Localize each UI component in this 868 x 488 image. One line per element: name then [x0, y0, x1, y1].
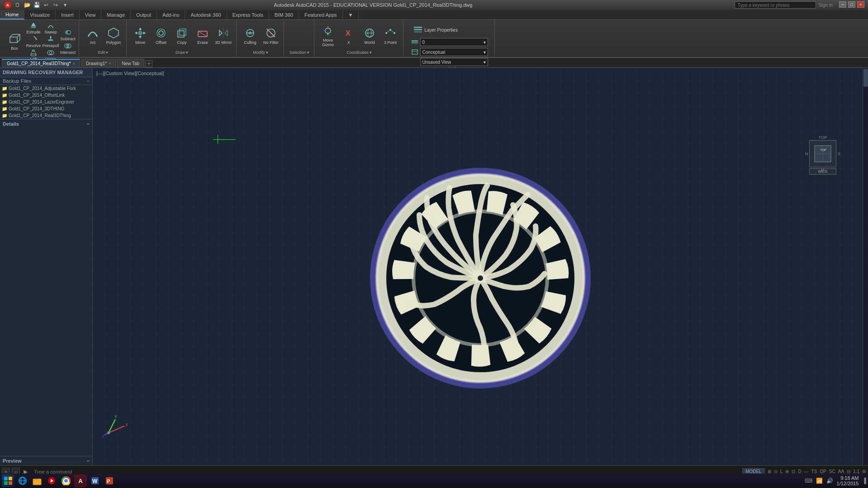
tab-insert[interactable]: Insert [56, 10, 80, 19]
presspull-btn[interactable]: Presspull [43, 35, 59, 48]
undo-btn[interactable]: ↩ [42, 1, 50, 9]
sign-in-label[interactable]: Sign In [819, 3, 833, 8]
sweep-btn[interactable]: Sweep [43, 22, 59, 34]
open-btn[interactable]: 📂 [23, 1, 31, 9]
search-input[interactable] [735, 1, 816, 9]
word-icon[interactable]: W [89, 474, 101, 487]
threepoint-label: 3 Point [384, 40, 397, 45]
explorer-icon[interactable] [31, 474, 43, 487]
spiral-svg [367, 165, 593, 391]
doc-tab-0-close[interactable]: × [73, 62, 75, 66]
layer-properties-btn[interactable]: Layer Properties [411, 24, 460, 36]
3d-object [367, 165, 593, 391]
media-icon[interactable] [45, 474, 58, 487]
unsaved-view-dropdown[interactable]: Unsaved View▾ [420, 58, 488, 66]
doc-tab-2[interactable]: New Tab [117, 59, 144, 67]
edit-group-label[interactable]: Edit ▾ [83, 50, 123, 55]
culling-icon [244, 27, 256, 39]
doc-tab-0[interactable]: Gold1_CP_2014_Real3DThing* × [2, 59, 80, 67]
list-item[interactable]: 📁 Gold1_CP_2014_LazerEngraver [0, 99, 92, 105]
nofilter-btn[interactable]: No Filter [261, 23, 281, 49]
new-tab-btn[interactable]: + [145, 60, 152, 67]
erase-btn[interactable]: Erase [193, 23, 213, 49]
polygon-btn[interactable]: Polygon [104, 23, 123, 49]
tab-output[interactable]: Output [131, 10, 157, 19]
tab-addins[interactable]: Add-ins [157, 10, 185, 19]
tab-more[interactable]: ▼ [343, 10, 359, 19]
selection-group-label[interactable]: Selection ▾ [288, 50, 311, 55]
preview-collapse[interactable]: − [87, 458, 90, 464]
autocad-icon[interactable]: A [74, 474, 87, 487]
chrome-icon[interactable] [60, 474, 72, 487]
tab-featuredapps[interactable]: Featured Apps [299, 10, 343, 19]
tab-view[interactable]: View [80, 10, 102, 19]
start-button[interactable] [2, 474, 14, 487]
nofilter-icon [265, 27, 277, 39]
tab-autodesk360[interactable]: Autodesk 360 [185, 10, 227, 19]
box-btn[interactable]: Box [5, 28, 24, 55]
visual-style-dropdown[interactable]: Conceptual▾ [420, 48, 488, 56]
view-cube[interactable]: TOP N S M TOP WCS [809, 140, 841, 190]
coordinates-group-label[interactable]: Coordinates ▾ [318, 50, 400, 55]
maximize-btn[interactable]: □ [848, 1, 855, 8]
backup-files-collapse[interactable]: − [87, 78, 90, 84]
x-btn[interactable]: X X [339, 23, 359, 49]
doc-tab-1[interactable]: Drawing1* × [81, 59, 116, 67]
save-btn[interactable]: 💾 [33, 1, 41, 9]
tab-visualize[interactable]: Visualize [24, 10, 56, 19]
ie-icon[interactable] [16, 474, 29, 487]
view-cube-box[interactable]: TOP N S M TOP [809, 140, 836, 167]
arc-btn[interactable]: Arc [83, 23, 103, 49]
close-btn[interactable]: × [857, 1, 864, 8]
file-name-2: Gold1_CP_2014_LazerEngraver [9, 99, 74, 104]
world-btn[interactable]: World [360, 23, 379, 49]
file-name-0: Gold1_CP_2014_Adjustable Fork [9, 86, 76, 91]
ribbon-group-edit: Arc Polygon Edit ▾ [80, 21, 127, 56]
taskbar-left: A W P [2, 474, 116, 487]
modify-group-label[interactable]: Modify ▾ [240, 50, 281, 55]
keyboard-icon[interactable]: ⌨ [805, 478, 812, 484]
scrollbar-thumb-v[interactable] [863, 69, 868, 87]
culling-btn[interactable]: Culling [240, 23, 260, 49]
move-btn[interactable]: Move [130, 23, 150, 49]
mirror3d-label: 3D Mirror [215, 40, 232, 45]
svg-text:X: X [125, 422, 128, 427]
svg-rect-6 [31, 26, 36, 28]
qa-dropdown[interactable]: ▾ [61, 1, 69, 9]
offset-btn[interactable]: Offset [151, 23, 171, 49]
svg-point-9 [31, 54, 36, 56]
viewport-label: [—][Custom View][Conceptual] [96, 71, 164, 76]
list-item[interactable]: 📁 Gold1_CP_2014_3DTHING [0, 105, 92, 112]
subtract-btn[interactable]: Subtract [60, 28, 76, 41]
list-item[interactable]: 📁 Gold1_CP_2014_Adjustable Fork [0, 85, 92, 92]
tab-home[interactable]: Home [0, 10, 24, 19]
viewport[interactable]: [—][Custom View][Conceptual] [93, 68, 868, 465]
extrude-btn[interactable]: Extrude [25, 22, 42, 34]
ppt-icon[interactable]: P [103, 474, 116, 487]
doc-tab-1-close[interactable]: × [109, 61, 111, 66]
new-btn[interactable]: 🗋 [14, 1, 22, 9]
tab-expresstools[interactable]: Express Tools [227, 10, 269, 19]
movegizmo-icon [322, 24, 334, 37]
svg-text:X: X [346, 29, 351, 37]
redo-btn[interactable]: ↪ [52, 1, 60, 9]
intersect-btn[interactable]: Intersect [60, 42, 76, 55]
list-item[interactable]: 📁 Gold1_CP_2014_Real3DThing [0, 112, 92, 119]
list-item[interactable]: 📁 Gold1_CP_2014_OffsetLink [0, 92, 92, 99]
movegizmo-btn[interactable]: Move Gizmo [318, 23, 338, 49]
minimize-btn[interactable]: ─ [839, 1, 846, 8]
revolve-btn[interactable]: Revolve [25, 35, 42, 48]
details-collapse[interactable]: − [87, 121, 90, 127]
layer-dropdown[interactable]: 0▾ [420, 38, 488, 46]
mirror3d-btn[interactable]: 3D Mirror [213, 23, 233, 49]
copy-btn[interactable]: Copy [172, 23, 192, 49]
draw-group-label[interactable]: Draw ▾ [130, 50, 233, 55]
tab-bim360[interactable]: BIM 360 [269, 10, 299, 19]
show-desktop-btn[interactable]: ▐ [862, 478, 866, 484]
tab-manage[interactable]: Manage [101, 10, 131, 19]
copy-icon [175, 27, 188, 39]
threepoint-btn[interactable]: 3 Point [380, 23, 400, 49]
vertical-scrollbar[interactable] [863, 68, 868, 465]
svg-point-24 [138, 31, 142, 35]
titlebar-title: Autodesk AutoCAD 2015 - EDUCATIONAL VERS… [12, 2, 735, 8]
